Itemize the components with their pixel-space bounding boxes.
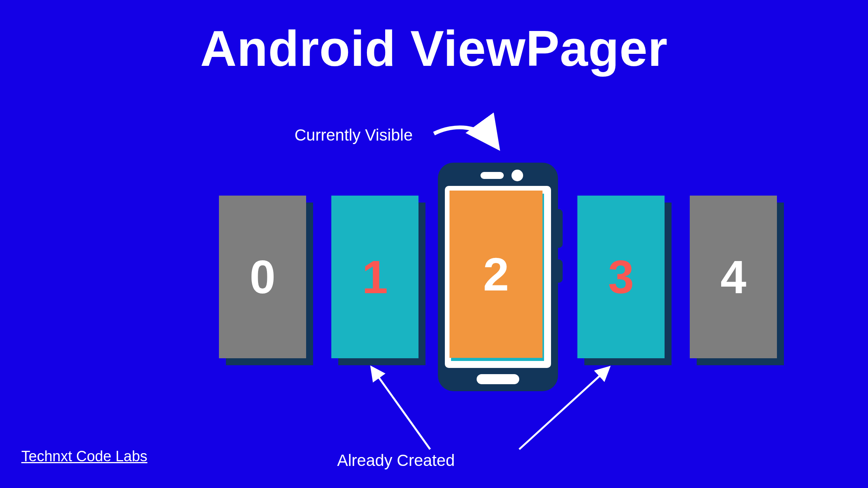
card-number: 1 bbox=[362, 250, 388, 304]
svg-line-1 bbox=[519, 368, 608, 449]
phone-home-button-icon bbox=[477, 374, 519, 384]
card-face: 1 bbox=[331, 196, 418, 358]
phone-power-button-icon bbox=[555, 259, 563, 283]
phone-speaker-icon bbox=[480, 172, 504, 179]
card-face: 3 bbox=[577, 196, 665, 358]
arrow-currently-visible-icon bbox=[430, 122, 508, 165]
page-card-0: 0 bbox=[219, 196, 306, 358]
page-card-2: 2 bbox=[450, 191, 542, 358]
phone-volume-button-icon bbox=[555, 209, 563, 248]
card-number: 3 bbox=[608, 250, 634, 304]
card-number: 2 bbox=[483, 247, 509, 301]
page-card-3: 3 bbox=[577, 196, 665, 358]
label-already-created: Already Created bbox=[337, 451, 455, 470]
arrow-already-left-icon bbox=[364, 364, 442, 453]
credit-link[interactable]: Technxt Code Labs bbox=[21, 448, 147, 465]
card-number: 0 bbox=[250, 250, 276, 304]
label-currently-visible: Currently Visible bbox=[294, 126, 413, 144]
page-title: Android ViewPager bbox=[0, 19, 868, 77]
page-card-4: 4 bbox=[690, 196, 777, 358]
page-card-1: 1 bbox=[331, 196, 418, 358]
card-number: 4 bbox=[720, 250, 746, 304]
phone-frame: 2 bbox=[438, 163, 558, 391]
phone-camera-icon bbox=[512, 170, 523, 181]
card-face: 4 bbox=[690, 196, 777, 358]
card-face: 0 bbox=[219, 196, 306, 358]
diagram-stage: Android ViewPager Currently Visible 0 1 … bbox=[0, 0, 868, 488]
arrow-already-right-icon bbox=[515, 364, 616, 453]
svg-line-0 bbox=[372, 368, 430, 449]
